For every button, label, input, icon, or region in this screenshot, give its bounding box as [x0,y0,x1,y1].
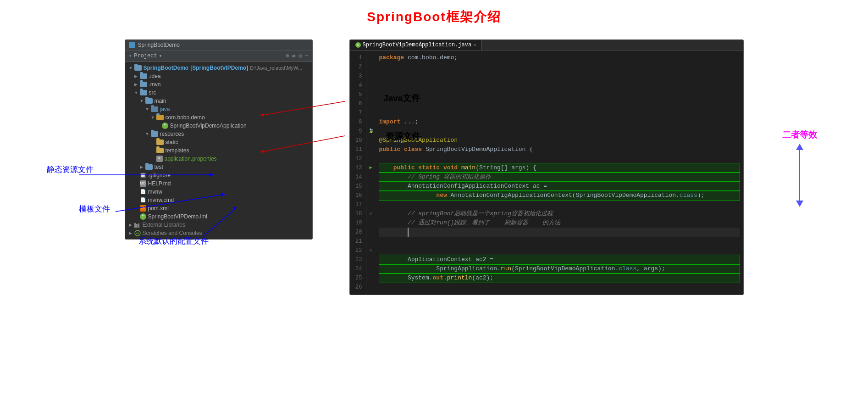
annotation-template-label: 模板文件 [79,204,110,214]
gutter-22: ◇ [367,246,375,255]
editor-tab-active[interactable]: S SpringBootVipDemoApplication.java ✕ [350,40,482,50]
page-container: SpringBoot框架介绍 [0,0,868,295]
tree-mvn[interactable]: ▶ .mvn [125,80,312,89]
method-run: run [501,264,511,273]
line-gutter: 🍃 ▶ ◇ ◇ [366,50,376,295]
tree-arrow-root: ▼ [129,66,134,70]
tree-main[interactable]: ▼ main [125,97,312,105]
code-line-5 [379,90,740,99]
tree-arrow-pom [134,206,140,211]
tree-app-properties[interactable]: ≡ application.properties [125,155,312,163]
ln-10: 10 [350,136,362,145]
kw-public-2: public [393,163,419,173]
help-label: HELP.md [148,180,171,187]
gutter-21 [367,237,375,246]
md-icon: MD [140,180,146,187]
code-line-14: // Spring 容器的初始化操作 [379,173,740,182]
right-panel: 二者等效 S SpringBootVipDemoApplication.java… [349,39,744,295]
cursor-indent [379,228,408,237]
gutter-15 [367,182,375,191]
tree-mvnw[interactable]: 📄 mvnw [125,188,312,196]
tab-close-button[interactable]: ✕ [473,42,476,48]
ln-16: 16 [350,191,362,200]
kw-void: void [443,163,461,173]
class-name-text: SpringBootVipDemoApplication { [426,145,533,154]
gear-icon-header[interactable]: ⚙ [299,52,302,60]
tree-idea[interactable]: ▶ .idea [125,72,312,80]
code-line-25: System. out . println (ac2); [379,273,740,283]
minus-icon[interactable]: − [305,52,309,60]
line-24-args: , args); [636,264,665,273]
svg-rect-11 [136,224,138,228]
tree-external-libs[interactable]: ▶ External Libraries [125,221,312,229]
ln-4: 4 [350,81,362,90]
cmd-label: mvnw.cmd [148,197,174,203]
tree-help[interactable]: MD HELP.md [125,179,312,188]
code-line-15: AnnotationConfigApplicationContext ac = [379,182,740,191]
gutter-7 [367,108,375,117]
tree-static[interactable]: static [125,138,312,146]
line-16-close: ); [697,191,705,200]
dropdown-icon[interactable]: ▾ [159,53,162,59]
tree-java[interactable]: ▼ java [125,105,312,113]
ln-8: 8 [350,117,362,127]
arrow-up [796,144,803,150]
code-content[interactable]: package com.bobo.demo; [376,50,743,295]
tree-arrow-idea: ▶ [134,74,140,78]
kw-static: static [418,163,443,173]
tree-arrow-ext: ▶ [129,223,134,227]
static-label: static [166,139,178,145]
tree-templates[interactable]: templates [125,146,312,155]
idea-folder-icon [140,73,147,79]
tree-root[interactable]: ▼ SpringBootDemo [SpringBootVIPDemo] D:\… [125,64,312,72]
tree-spring-app[interactable]: 🍃 SpringBootVipDemoApplication [125,122,312,130]
ln-11: 11 [350,145,362,154]
root-path: D:\Java_related\MyW... [250,65,302,71]
code-line-10: @SpringBootApplication [379,136,740,145]
gutter-25 [367,273,375,283]
tree-arrow-help [134,181,140,186]
root-module: [SpringBootVIPDemo] [190,65,248,71]
tree-mvnw-cmd[interactable]: 📄 mvnw.cmd [125,196,312,204]
ide-window: SpringBootDemo ▪ Project ▾ ⊕ ⇄ ⚙ − [125,39,313,240]
tree-arrow-scratches: ▶ [129,231,134,235]
root-folder-icon [134,65,142,71]
src-label: src [149,89,156,96]
code-line-26 [379,283,740,292]
ln-2: 2 [350,62,362,72]
gutter-10 [367,136,375,145]
tree-arrow-mvnw [134,190,140,194]
tree-src[interactable]: ▼ src [125,89,312,97]
tree-arrow-package: ▼ [151,115,156,120]
tree-arrow-templates [151,148,156,153]
tree-resources[interactable]: ▼ resources [125,130,312,138]
ln-26: 26 [350,283,362,292]
spring-app-icon: 🍃 [162,123,168,129]
tree-pom[interactable]: m pom.xml [125,204,312,212]
gutter-13[interactable]: ▶ [367,163,375,173]
resources-label: resources [160,131,184,137]
code-line-18: // springBoot启动就是一个spring容器初始化过程 [379,209,740,218]
tree-package[interactable]: ▼ com.bobo.demo [125,113,312,122]
tree-gitignore[interactable]: 🔲 .gitignore [125,171,312,179]
arrow-shaft [799,150,800,201]
code-line-13: public static void main (String[] args) … [379,163,740,173]
tree-test[interactable]: ▶ test [125,163,312,171]
kw-out: out [433,273,443,283]
ide-title: SpringBootDemo [138,42,180,48]
gutter-16 [367,191,375,200]
ln-13: 13 [350,163,362,173]
project-header[interactable]: ▪ Project ▾ ⊕ ⇄ ⚙ − [125,50,312,62]
gutter-18: ◇ [367,209,375,218]
code-line-23: ApplicationContext ac2 = [379,255,740,264]
target-icon[interactable]: ⊕ [286,52,289,60]
tree-iml[interactable]: 🍃 SpringBootVIPDemo.iml [125,212,312,221]
gutter-1 [367,53,375,62]
code-line-12 [379,154,740,163]
root-name: SpringBootDemo [144,65,189,71]
gutter-6 [367,99,375,108]
tree-arrow-git [134,173,140,178]
main-content: Java文件 资源文件 静态资源文件 模板文件 系统默认的配置文件 Spring… [0,35,868,295]
line-16-indent [379,191,437,200]
settings-icon-header[interactable]: ⇄ [292,52,296,60]
